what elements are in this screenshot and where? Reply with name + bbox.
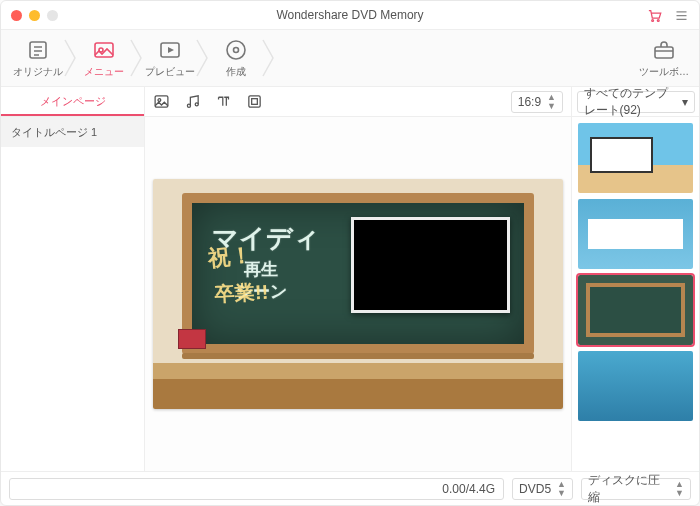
stepper-icon: ▲▼	[547, 93, 556, 111]
svg-point-13	[227, 41, 245, 59]
step-preview[interactable]: プレビュー	[141, 30, 199, 86]
title-bar: Wondershare DVD Memory	[1, 1, 699, 29]
svg-marker-12	[168, 47, 174, 53]
toolbox-button[interactable]: ツールボ…	[639, 38, 689, 79]
menu-icon[interactable]	[674, 8, 689, 23]
template-thumb[interactable]	[578, 123, 693, 193]
preview-decoration: 卒業!!	[214, 279, 269, 309]
svg-point-14	[234, 47, 239, 52]
step-original[interactable]: オリジナル	[9, 30, 67, 86]
template-panel: すべてのテンプレート(92) ▾	[571, 87, 699, 471]
cart-icon[interactable]	[647, 8, 662, 23]
text-icon[interactable]	[215, 93, 232, 110]
preview-chalk-tray	[182, 353, 535, 359]
preview-video-slot	[351, 217, 511, 313]
sidebar: メインページ タイトルページ 1	[1, 87, 145, 471]
svg-point-1	[657, 19, 659, 21]
edit-toolbar: 16:9 ▲▼	[145, 87, 571, 117]
step-menu[interactable]: メニュー	[75, 30, 133, 86]
chapter-icon[interactable]	[246, 93, 263, 110]
caret-down-icon: ▾	[682, 95, 688, 109]
menu-preview[interactable]: 祝！ マイディ 再生 シーン 卒業!!	[153, 179, 563, 410]
app-title: Wondershare DVD Memory	[1, 8, 699, 22]
template-thumb[interactable]	[578, 351, 693, 421]
step-create[interactable]: 作成	[207, 30, 265, 86]
preview-envelope-prop	[178, 329, 206, 349]
sidebar-tab-main[interactable]: メインページ	[1, 87, 144, 117]
image-icon[interactable]	[153, 93, 170, 110]
svg-point-18	[187, 104, 190, 107]
svg-point-19	[195, 103, 198, 106]
preview-disc-title: マイディ	[212, 221, 320, 256]
svg-point-0	[652, 19, 654, 21]
capacity-bar: 0.00/4.4G	[9, 478, 504, 500]
svg-rect-21	[252, 99, 258, 105]
preview-stage: 祝！ マイディ 再生 シーン 卒業!!	[145, 117, 571, 471]
stepper-icon: ▲▼	[557, 480, 566, 498]
svg-rect-9	[95, 43, 113, 57]
step-toolbar: オリジナル メニュー プレビュー 作成 ツールボ…	[1, 29, 699, 87]
svg-point-17	[158, 99, 161, 102]
music-icon[interactable]	[184, 93, 201, 110]
sidebar-item-title-page[interactable]: タイトルページ 1	[1, 117, 144, 147]
disc-type-select[interactable]: DVD5 ▲▼	[512, 478, 573, 500]
template-thumb[interactable]	[578, 199, 693, 269]
svg-rect-20	[249, 96, 260, 107]
stepper-icon: ▲▼	[675, 480, 684, 498]
svg-rect-15	[655, 47, 673, 58]
aspect-ratio-select[interactable]: 16:9 ▲▼	[511, 91, 563, 113]
footer-bar: 0.00/4.4G DVD5 ▲▼ ディスクに圧縮 ▲▼	[1, 471, 699, 505]
template-filter-select[interactable]: すべてのテンプレート(92) ▾	[577, 91, 695, 113]
template-thumb[interactable]	[578, 275, 693, 345]
compress-select[interactable]: ディスクに圧縮 ▲▼	[581, 478, 691, 500]
preview-play-label: 再生	[244, 258, 278, 281]
app-window: Wondershare DVD Memory オリジナル メニュー プレビュー …	[0, 0, 700, 506]
